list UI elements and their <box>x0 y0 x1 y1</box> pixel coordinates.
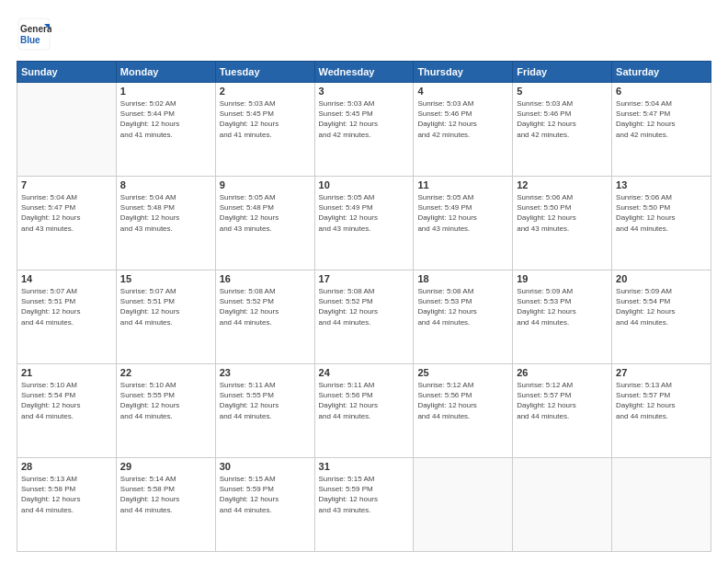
day-info: Sunrise: 5:05 AM Sunset: 5:48 PM Dayligh… <box>220 192 311 234</box>
calendar-cell: 6Sunrise: 5:04 AM Sunset: 5:47 PM Daylig… <box>612 83 711 177</box>
calendar-cell: 1Sunrise: 5:02 AM Sunset: 5:44 PM Daylig… <box>116 83 215 177</box>
day-info: Sunrise: 5:11 AM Sunset: 5:55 PM Dayligh… <box>220 380 311 421</box>
calendar-header-row: SundayMondayTuesdayWednesdayThursdayFrid… <box>17 62 711 83</box>
day-info: Sunrise: 5:05 AM Sunset: 5:49 PM Dayligh… <box>417 192 508 234</box>
calendar-cell <box>513 458 612 552</box>
calendar-week-4: 21Sunrise: 5:10 AM Sunset: 5:54 PM Dayli… <box>17 364 711 458</box>
calendar-cell: 12Sunrise: 5:06 AM Sunset: 5:50 PM Dayli… <box>513 177 612 270</box>
day-number: 14 <box>21 273 112 284</box>
day-info: Sunrise: 5:15 AM Sunset: 5:59 PM Dayligh… <box>319 474 410 515</box>
day-number: 17 <box>319 273 410 284</box>
calendar-header-saturday: Saturday <box>612 62 711 83</box>
day-info: Sunrise: 5:08 AM Sunset: 5:52 PM Dayligh… <box>220 286 311 327</box>
day-info: Sunrise: 5:08 AM Sunset: 5:53 PM Dayligh… <box>417 286 508 327</box>
day-number: 5 <box>517 86 608 97</box>
calendar-cell: 3Sunrise: 5:03 AM Sunset: 5:45 PM Daylig… <box>314 83 414 177</box>
day-info: Sunrise: 5:14 AM Sunset: 5:58 PM Dayligh… <box>120 474 211 515</box>
day-info: Sunrise: 5:04 AM Sunset: 5:47 PM Dayligh… <box>21 192 112 234</box>
calendar-cell: 23Sunrise: 5:11 AM Sunset: 5:55 PM Dayli… <box>215 364 314 458</box>
calendar-header-thursday: Thursday <box>414 62 513 83</box>
calendar-cell: 16Sunrise: 5:08 AM Sunset: 5:52 PM Dayli… <box>215 270 314 364</box>
calendar-cell: 22Sunrise: 5:10 AM Sunset: 5:55 PM Dayli… <box>116 364 215 458</box>
day-info: Sunrise: 5:10 AM Sunset: 5:55 PM Dayligh… <box>120 380 211 421</box>
calendar-header-sunday: Sunday <box>17 62 117 83</box>
logo-icon: General Blue <box>17 17 51 52</box>
day-number: 26 <box>517 367 608 378</box>
day-number: 12 <box>517 179 608 190</box>
day-info: Sunrise: 5:10 AM Sunset: 5:54 PM Dayligh… <box>21 380 112 421</box>
day-number: 11 <box>417 179 508 190</box>
day-number: 7 <box>21 179 112 190</box>
day-number: 28 <box>21 461 112 472</box>
calendar-week-1: 1Sunrise: 5:02 AM Sunset: 5:44 PM Daylig… <box>17 83 711 177</box>
day-number: 15 <box>120 273 211 284</box>
day-number: 1 <box>120 86 211 97</box>
calendar-cell: 27Sunrise: 5:13 AM Sunset: 5:57 PM Dayli… <box>612 364 711 458</box>
calendar-cell: 24Sunrise: 5:11 AM Sunset: 5:56 PM Dayli… <box>314 364 414 458</box>
calendar-cell: 5Sunrise: 5:03 AM Sunset: 5:46 PM Daylig… <box>513 83 612 177</box>
day-number: 4 <box>417 86 508 97</box>
day-info: Sunrise: 5:08 AM Sunset: 5:52 PM Dayligh… <box>319 286 410 327</box>
day-info: Sunrise: 5:04 AM Sunset: 5:48 PM Dayligh… <box>120 192 211 234</box>
logo: General Blue <box>17 17 53 52</box>
calendar-cell: 30Sunrise: 5:15 AM Sunset: 5:59 PM Dayli… <box>215 458 314 552</box>
day-number: 8 <box>120 179 211 190</box>
day-number: 25 <box>417 367 508 378</box>
day-number: 9 <box>220 179 311 190</box>
calendar-cell <box>414 458 513 552</box>
svg-text:Blue: Blue <box>20 35 40 45</box>
day-info: Sunrise: 5:12 AM Sunset: 5:57 PM Dayligh… <box>517 380 608 421</box>
day-number: 10 <box>319 179 410 190</box>
day-info: Sunrise: 5:03 AM Sunset: 5:46 PM Dayligh… <box>517 98 608 140</box>
calendar-cell: 26Sunrise: 5:12 AM Sunset: 5:57 PM Dayli… <box>513 364 612 458</box>
calendar-week-3: 14Sunrise: 5:07 AM Sunset: 5:51 PM Dayli… <box>17 270 711 364</box>
day-number: 30 <box>220 461 311 472</box>
day-info: Sunrise: 5:13 AM Sunset: 5:58 PM Dayligh… <box>21 474 112 515</box>
day-number: 13 <box>616 179 707 190</box>
calendar-week-5: 28Sunrise: 5:13 AM Sunset: 5:58 PM Dayli… <box>17 458 711 552</box>
calendar-cell: 21Sunrise: 5:10 AM Sunset: 5:54 PM Dayli… <box>17 364 117 458</box>
day-number: 6 <box>616 86 707 97</box>
calendar-cell: 8Sunrise: 5:04 AM Sunset: 5:48 PM Daylig… <box>116 177 215 270</box>
day-number: 19 <box>517 273 608 284</box>
day-number: 31 <box>319 461 410 472</box>
day-info: Sunrise: 5:15 AM Sunset: 5:59 PM Dayligh… <box>220 474 311 515</box>
calendar-cell: 15Sunrise: 5:07 AM Sunset: 5:51 PM Dayli… <box>116 270 215 364</box>
day-number: 27 <box>616 367 707 378</box>
calendar-cell: 28Sunrise: 5:13 AM Sunset: 5:58 PM Dayli… <box>17 458 117 552</box>
calendar-cell: 29Sunrise: 5:14 AM Sunset: 5:58 PM Dayli… <box>116 458 215 552</box>
calendar-cell: 17Sunrise: 5:08 AM Sunset: 5:52 PM Dayli… <box>314 270 414 364</box>
page: General Blue SundayMondayTuesdayWednesda… <box>0 0 728 563</box>
day-info: Sunrise: 5:07 AM Sunset: 5:51 PM Dayligh… <box>120 286 211 327</box>
calendar-header-wednesday: Wednesday <box>314 62 414 83</box>
calendar-cell: 11Sunrise: 5:05 AM Sunset: 5:49 PM Dayli… <box>414 177 513 270</box>
day-number: 21 <box>21 367 112 378</box>
day-number: 20 <box>616 273 707 284</box>
calendar-cell: 7Sunrise: 5:04 AM Sunset: 5:47 PM Daylig… <box>17 177 117 270</box>
day-info: Sunrise: 5:09 AM Sunset: 5:54 PM Dayligh… <box>616 286 707 327</box>
calendar-cell: 9Sunrise: 5:05 AM Sunset: 5:48 PM Daylig… <box>215 177 314 270</box>
calendar-header-tuesday: Tuesday <box>215 62 314 83</box>
day-info: Sunrise: 5:06 AM Sunset: 5:50 PM Dayligh… <box>517 192 608 234</box>
header: General Blue <box>17 17 711 52</box>
day-info: Sunrise: 5:12 AM Sunset: 5:56 PM Dayligh… <box>417 380 508 421</box>
day-info: Sunrise: 5:11 AM Sunset: 5:56 PM Dayligh… <box>319 380 410 421</box>
day-info: Sunrise: 5:13 AM Sunset: 5:57 PM Dayligh… <box>616 380 707 421</box>
day-info: Sunrise: 5:07 AM Sunset: 5:51 PM Dayligh… <box>21 286 112 327</box>
day-number: 3 <box>319 86 410 97</box>
calendar-cell: 4Sunrise: 5:03 AM Sunset: 5:46 PM Daylig… <box>414 83 513 177</box>
calendar-cell: 2Sunrise: 5:03 AM Sunset: 5:45 PM Daylig… <box>215 83 314 177</box>
day-info: Sunrise: 5:03 AM Sunset: 5:45 PM Dayligh… <box>319 98 410 140</box>
calendar-header-monday: Monday <box>116 62 215 83</box>
calendar-cell: 13Sunrise: 5:06 AM Sunset: 5:50 PM Dayli… <box>612 177 711 270</box>
calendar-cell: 31Sunrise: 5:15 AM Sunset: 5:59 PM Dayli… <box>314 458 414 552</box>
calendar-header-friday: Friday <box>513 62 612 83</box>
day-number: 24 <box>319 367 410 378</box>
calendar-cell <box>17 83 117 177</box>
calendar-cell <box>612 458 711 552</box>
calendar-cell: 25Sunrise: 5:12 AM Sunset: 5:56 PM Dayli… <box>414 364 513 458</box>
day-number: 29 <box>120 461 211 472</box>
day-number: 18 <box>417 273 508 284</box>
day-info: Sunrise: 5:09 AM Sunset: 5:53 PM Dayligh… <box>517 286 608 327</box>
calendar-cell: 19Sunrise: 5:09 AM Sunset: 5:53 PM Dayli… <box>513 270 612 364</box>
